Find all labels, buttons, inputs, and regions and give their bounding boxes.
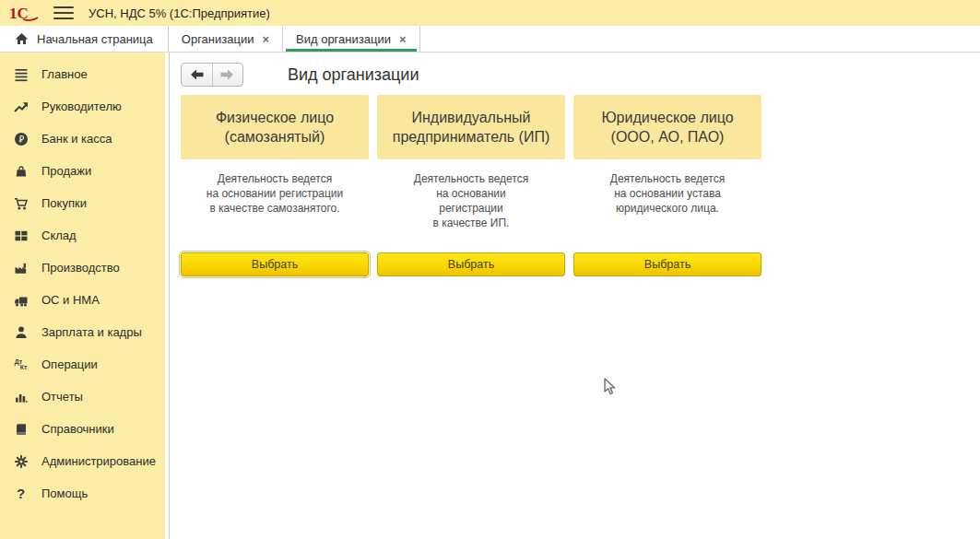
sidebar-item-spravochniki[interactable]: Справочники <box>0 413 165 445</box>
sidebar-item-glavnoe[interactable]: Главное <box>0 58 165 90</box>
sidebar-item-label: Продажи <box>41 164 91 178</box>
sidebar-item-otchety[interactable]: Отчеты <box>0 381 165 413</box>
ruble-circle-icon <box>13 131 29 146</box>
main-layout: Главное Руководителю Банк и касса <box>0 53 980 539</box>
close-icon[interactable]: × <box>262 33 269 45</box>
tab-organization-type[interactable]: Вид организации × <box>283 26 419 52</box>
choose-button-ip[interactable]: Выбрать <box>377 252 565 276</box>
card-title: Индивидуальный предприниматель (ИП) <box>377 95 565 159</box>
sidebar-item-pomosch[interactable]: ? Помощь <box>0 477 165 510</box>
sidebar-item-zarplata-kadry[interactable]: Зарплата и кадры <box>0 316 165 348</box>
card-description: Деятельность ведется на основании регист… <box>181 159 369 252</box>
person-icon <box>13 324 29 340</box>
bar-chart-icon <box>13 389 29 404</box>
tab-label: Организации <box>182 32 254 46</box>
tab-bar: Начальная страница Организации × Вид орг… <box>0 26 980 53</box>
question-icon: ? <box>13 486 29 501</box>
sidebar-item-administrirovanie[interactable]: Администрирование <box>0 445 165 477</box>
card-individual-selfemployed: Физическое лицо (самозанятый) Деятельнос… <box>181 95 369 276</box>
sidebar-item-label: Банк и касса <box>41 132 112 146</box>
tab-home[interactable]: Начальная страница <box>0 26 169 52</box>
forward-button[interactable] <box>212 64 243 86</box>
sidebar-item-bank-kassa[interactable]: Банк и касса <box>0 123 165 155</box>
trend-up-icon <box>13 99 29 114</box>
card-title: Физическое лицо (самозанятый) <box>181 95 369 159</box>
sidebar-item-label: Операции <box>41 357 98 371</box>
sidebar-item-label: Помощь <box>41 486 88 500</box>
card-description: Деятельность ведется на основании регист… <box>377 159 565 252</box>
book-icon <box>13 421 29 437</box>
choose-button-legal[interactable]: Выбрать <box>573 252 762 276</box>
tab-label: Вид организации <box>296 32 391 46</box>
bricks-icon <box>13 228 29 243</box>
page-title: Вид организации <box>288 65 419 85</box>
topbar: 1С УСН, НДС 5% (1С:Предприятие) <box>0 0 980 26</box>
nav-row: Вид организации <box>181 63 980 87</box>
close-icon[interactable]: × <box>399 33 407 45</box>
sidebar-item-operacii[interactable]: Дт Кт Операции <box>0 348 165 381</box>
sidebar-item-os-nma[interactable]: ОС и НМА <box>0 284 165 316</box>
sidebar-item-sklad[interactable]: Склад <box>0 219 165 252</box>
home-icon <box>15 32 29 45</box>
sidebar: Главное Руководителю Банк и касса <box>0 53 165 539</box>
sidebar-item-label: Производство <box>41 261 120 275</box>
card-entrepreneur-ip: Индивидуальный предприниматель (ИП) Деят… <box>377 95 565 276</box>
card-title: Юридическое лицо (ООО, АО, ПАО) <box>573 95 762 159</box>
debit-credit-icon: Дт Кт <box>13 357 29 372</box>
sidebar-item-prodazhi[interactable]: Продажи <box>0 155 165 187</box>
sidebar-item-label: Склад <box>41 228 77 242</box>
tab-organizations[interactable]: Организации × <box>169 26 283 52</box>
shopping-bag-icon <box>13 163 29 179</box>
back-button[interactable] <box>182 64 212 86</box>
1c-logo: 1С <box>9 4 41 22</box>
sidebar-item-label: Справочники <box>41 422 114 436</box>
tab-home-label: Начальная страница <box>37 32 153 46</box>
sidebar-item-label: ОС и НМА <box>41 293 100 307</box>
card-legal-entity: Юридическое лицо (ООО, АО, ПАО) Деятельн… <box>573 95 762 276</box>
org-type-cards: Физическое лицо (самозанятый) Деятельнос… <box>181 95 980 276</box>
sidebar-item-pokupki[interactable]: Покупки <box>0 187 165 219</box>
sidebar-item-label: Отчеты <box>41 390 83 404</box>
menu-lines-icon <box>13 66 29 82</box>
content-area: Вид организации Физическое лицо (самозан… <box>169 53 980 539</box>
gear-icon <box>13 453 29 469</box>
sidebar-item-label: Зарплата и кадры <box>41 325 142 339</box>
sidebar-item-rukovoditelyu[interactable]: Руководителю <box>0 90 165 123</box>
choose-button-selfemployed[interactable]: Выбрать <box>181 252 369 276</box>
sidebar-item-label: Главное <box>41 67 88 81</box>
factory-icon <box>13 260 29 275</box>
sidebar-item-label: Покупки <box>41 196 87 210</box>
main-menu-icon[interactable] <box>53 6 74 19</box>
sidebar-item-label: Администрирование <box>41 454 156 468</box>
truck-icon <box>13 292 29 308</box>
sidebar-item-proizvodstvo[interactable]: Производство <box>0 252 165 284</box>
card-description: Деятельность ведется на основании устава… <box>573 159 762 252</box>
history-nav <box>181 63 243 87</box>
sidebar-item-label: Руководителю <box>41 100 122 113</box>
window-title: УСН, НДС 5% (1С:Предприятие) <box>89 6 270 20</box>
shopping-cart-icon <box>13 195 29 211</box>
